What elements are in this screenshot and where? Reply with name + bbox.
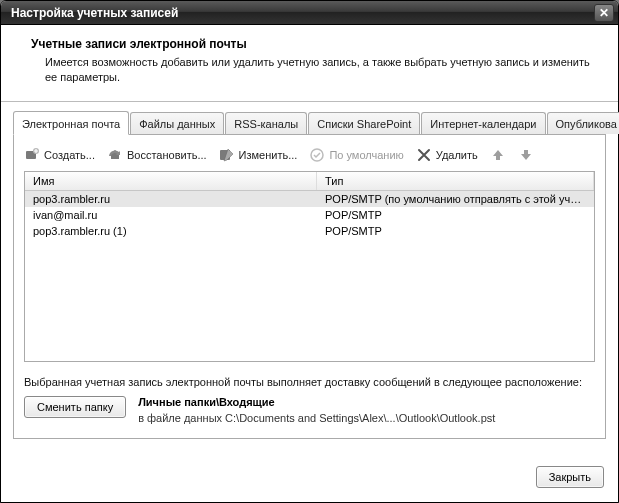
tab-email[interactable]: Электронная почта (13, 111, 129, 135)
arrow-down-icon (518, 147, 534, 163)
cell-name: pop3.rambler.ru (1) (25, 223, 317, 239)
delete-button[interactable]: Удалить (416, 147, 478, 163)
tab-label: Опубликова (556, 118, 617, 130)
close-icon: ✕ (599, 6, 609, 20)
tab-data-files[interactable]: Файлы данных (130, 112, 224, 134)
new-icon (24, 147, 40, 163)
toolbar-label: Удалить (436, 149, 478, 161)
tab-label: Электронная почта (22, 118, 120, 130)
default-icon (309, 147, 325, 163)
edit-icon (219, 147, 235, 163)
arrow-up-icon (490, 147, 506, 163)
header-desc: Имеется возможность добавить или удалить… (31, 55, 598, 85)
accounts-list: Имя Тип pop3.rambler.ru POP/SMTP (по умо… (24, 171, 595, 362)
tab-label: Списки SharePoint (317, 118, 411, 130)
tab-label: Интернет-календари (430, 118, 536, 130)
cell-type: POP/SMTP (317, 223, 594, 239)
account-settings-window: Настройка учетных записей ✕ Учетные запи… (0, 0, 619, 503)
delivery-folder: Личные папки\Входящие (138, 396, 595, 408)
move-down-button (518, 147, 534, 163)
tab-sharepoint[interactable]: Списки SharePoint (308, 112, 420, 134)
window-title: Настройка учетных записей (11, 6, 594, 20)
tab-label: RSS-каналы (234, 118, 298, 130)
toolbar-label: Изменить... (239, 149, 298, 161)
list-header: Имя Тип (25, 172, 594, 191)
body: Электронная почта Файлы данных RSS-канал… (1, 102, 618, 447)
edit-button[interactable]: Изменить... (219, 147, 298, 163)
repair-icon (107, 147, 123, 163)
close-button[interactable]: ✕ (594, 4, 614, 22)
change-folder-button[interactable]: Сменить папку (24, 396, 126, 418)
cell-name: pop3.rambler.ru (25, 191, 317, 207)
cell-name: ivan@mail.ru (25, 207, 317, 223)
column-type[interactable]: Тип (317, 172, 594, 190)
column-label: Имя (33, 175, 54, 187)
close-dialog-button[interactable]: Закрыть (536, 466, 604, 488)
delivery-text: Выбранная учетная запись электронной поч… (24, 376, 595, 388)
header: Учетные записи электронной почты Имеется… (1, 25, 618, 102)
delivery-path: в файле данных C:\Documents and Settings… (138, 412, 595, 424)
new-button[interactable]: Создать... (24, 147, 95, 163)
tabs: Электронная почта Файлы данных RSS-канал… (13, 110, 606, 135)
tab-panel-email: Создать... Восстановить... Изменить... (13, 135, 606, 439)
tab-published[interactable]: Опубликова (547, 112, 620, 134)
table-row[interactable]: pop3.rambler.ru POP/SMTP (по умолчанию о… (25, 191, 594, 207)
delivery-row: Сменить папку Личные папки\Входящие в фа… (24, 396, 595, 424)
delivery-info: Личные папки\Входящие в файле данных C:\… (138, 396, 595, 424)
toolbar: Создать... Восстановить... Изменить... (24, 145, 595, 171)
repair-button[interactable]: Восстановить... (107, 147, 207, 163)
cell-type: POP/SMTP (317, 207, 594, 223)
default-button: По умолчанию (309, 147, 403, 163)
cell-type: POP/SMTP (по умолчанию отправлять с этой… (317, 191, 594, 207)
list-body: pop3.rambler.ru POP/SMTP (по умолчанию о… (25, 191, 594, 239)
table-row[interactable]: ivan@mail.ru POP/SMTP (25, 207, 594, 223)
tab-rss[interactable]: RSS-каналы (225, 112, 307, 134)
delete-icon (416, 147, 432, 163)
button-label: Закрыть (549, 471, 591, 483)
button-label: Сменить папку (37, 401, 113, 413)
toolbar-label: Восстановить... (127, 149, 207, 161)
move-up-button (490, 147, 506, 163)
tab-label: Файлы данных (139, 118, 215, 130)
tab-internet-calendars[interactable]: Интернет-календари (421, 112, 545, 134)
toolbar-label: По умолчанию (329, 149, 403, 161)
table-row[interactable]: pop3.rambler.ru (1) POP/SMTP (25, 223, 594, 239)
titlebar: Настройка учетных записей ✕ (1, 1, 618, 25)
footer: Закрыть (1, 447, 618, 502)
column-label: Тип (325, 175, 343, 187)
column-name[interactable]: Имя (25, 172, 317, 190)
divider (13, 457, 604, 458)
header-title: Учетные записи электронной почты (31, 37, 598, 51)
toolbar-label: Создать... (44, 149, 95, 161)
